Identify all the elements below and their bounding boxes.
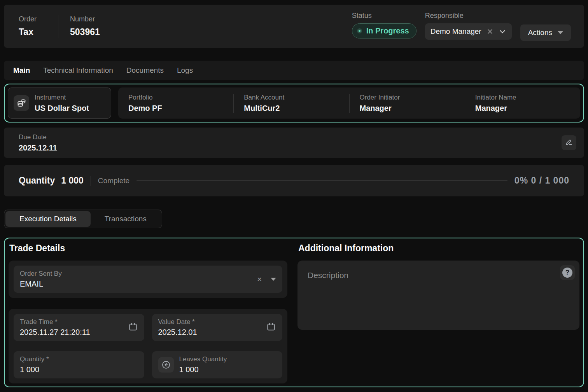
trade-time-value: 2025.11.27 21:20:11 bbox=[20, 328, 128, 337]
trade-details-title: Trade Details bbox=[9, 243, 287, 254]
portfolio-field: Portfolio Demo PF bbox=[118, 94, 233, 113]
initiator-name-field: Initiator Name Manager bbox=[465, 94, 580, 113]
initiator-name-label: Initiator Name bbox=[475, 94, 580, 102]
quantity-field-label: Quantity * bbox=[20, 355, 138, 363]
order-number-value: 503961 bbox=[70, 27, 100, 37]
portfolio-value: Demo PF bbox=[128, 104, 233, 113]
quantity-divider bbox=[91, 176, 91, 186]
status-dot-icon bbox=[357, 28, 362, 33]
due-date-value: 2025.12.11 bbox=[19, 144, 562, 152]
due-date-card: Due Date 2025.12.11 bbox=[4, 128, 584, 158]
leaves-quantity-value: 1 000 bbox=[179, 365, 276, 374]
tab-technical-information[interactable]: Technical Information bbox=[43, 66, 113, 75]
instrument-card[interactable]: Instrument US Dollar Spot bbox=[8, 88, 111, 119]
description-textarea[interactable]: Description ? bbox=[298, 261, 579, 330]
trade-details-section: Trade Details Order Sent By EMAIL ✕ Trad… bbox=[9, 242, 287, 383]
value-date-label: Value Date * bbox=[158, 318, 266, 326]
question-mark-icon: ? bbox=[562, 268, 572, 278]
order-initiator-label: Order Initiator bbox=[360, 94, 465, 102]
header-controls: Status In Progress Responsible Demo Mana… bbox=[352, 12, 571, 41]
order-header: Order Tax Number 503961 Status In Progre… bbox=[4, 5, 584, 48]
responsible-label: Responsible bbox=[425, 12, 512, 20]
trade-time-label: Trade Time * bbox=[20, 318, 128, 326]
main-tabbar: Main Technical Information Documents Log… bbox=[4, 61, 584, 80]
quantity-total: 1 000 bbox=[61, 175, 84, 186]
order-initiator-field: Order Initiator Manager bbox=[349, 94, 465, 113]
leaves-quantity-label: Leaves Quantity bbox=[179, 355, 276, 363]
calendar-icon[interactable] bbox=[128, 322, 138, 333]
order-identity: Order Tax Number 503961 bbox=[19, 15, 100, 38]
instrument-label: Instrument bbox=[35, 94, 89, 102]
header-divider bbox=[58, 15, 58, 38]
arrow-left-circle-icon bbox=[158, 357, 174, 373]
subtab-transactions[interactable]: Transactions bbox=[91, 211, 161, 227]
quantity-progress-card: Quantity 1 000 Complete 0% 0 / 1 000 bbox=[4, 165, 584, 196]
bank-account-value: MultiCur2 bbox=[244, 104, 349, 113]
additional-information-section: Additional Information Description ? bbox=[298, 242, 579, 383]
clear-responsible-icon[interactable] bbox=[486, 28, 494, 35]
pencil-icon bbox=[565, 138, 573, 148]
coins-icon bbox=[14, 95, 29, 111]
actions-button-label: Actions bbox=[528, 28, 552, 37]
value-date-field[interactable]: Value Date * 2025.12.01 bbox=[152, 314, 283, 341]
trade-fields-card: Trade Time * 2025.11.27 21:20:11 Value D… bbox=[9, 309, 287, 383]
progress-value: 0% 0 / 1 000 bbox=[514, 175, 569, 186]
initiator-name-value: Manager bbox=[475, 104, 580, 113]
details-subtabs: Execution Details Transactions bbox=[4, 210, 162, 228]
order-sent-by-card: Order Sent By EMAIL ✕ bbox=[9, 261, 287, 298]
additional-information-title: Additional Information bbox=[298, 243, 579, 254]
quantity-field[interactable]: Quantity * 1 000 bbox=[14, 351, 144, 378]
order-type-value: Tax bbox=[19, 27, 37, 37]
order-page: Order Tax Number 503961 Status In Progre… bbox=[0, 0, 588, 392]
order-sent-by-label: Order Sent By bbox=[20, 270, 257, 278]
order-type-label: Order bbox=[19, 15, 37, 23]
order-info-card: Portfolio Demo PF Bank Account MultiCur2… bbox=[118, 88, 580, 119]
tab-logs[interactable]: Logs bbox=[177, 66, 193, 75]
status-label: Status bbox=[352, 12, 416, 20]
subtab-execution-details[interactable]: Execution Details bbox=[5, 211, 91, 227]
tab-main[interactable]: Main bbox=[13, 66, 30, 75]
chevron-down-icon[interactable] bbox=[499, 28, 506, 35]
order-initiator-value: Manager bbox=[360, 104, 465, 113]
quantity-label: Quantity bbox=[19, 175, 55, 186]
responsible-value: Demo Manager bbox=[430, 27, 481, 36]
order-sent-by-select[interactable]: Order Sent By EMAIL ✕ bbox=[14, 266, 282, 293]
order-number-label: Number bbox=[70, 15, 100, 23]
quantity-field-value: 1 000 bbox=[20, 365, 138, 374]
leaves-quantity-field: Leaves Quantity 1 000 bbox=[152, 351, 283, 378]
status-badge: In Progress bbox=[352, 23, 416, 38]
calendar-icon[interactable] bbox=[266, 322, 276, 333]
tab-documents[interactable]: Documents bbox=[126, 66, 164, 75]
actions-button[interactable]: Actions bbox=[520, 24, 571, 41]
caret-down-icon bbox=[558, 31, 563, 34]
portfolio-label: Portfolio bbox=[128, 94, 233, 102]
instrument-value: US Dollar Spot bbox=[35, 104, 89, 113]
description-placeholder: Description bbox=[308, 271, 569, 280]
due-date-label: Due Date bbox=[19, 133, 562, 141]
quantity-state: Complete bbox=[98, 177, 130, 185]
order-summary-strip: Instrument US Dollar Spot Portfolio Demo… bbox=[4, 84, 584, 122]
trade-time-field[interactable]: Trade Time * 2025.11.27 21:20:11 bbox=[14, 314, 144, 341]
execution-details-panel: Trade Details Order Sent By EMAIL ✕ Trad… bbox=[4, 238, 584, 387]
edit-due-date-button[interactable] bbox=[562, 135, 576, 150]
status-value: In Progress bbox=[366, 26, 409, 35]
dropdown-caret-icon[interactable] bbox=[271, 278, 276, 281]
clear-order-sent-by-icon[interactable]: ✕ bbox=[257, 276, 262, 283]
bank-account-field: Bank Account MultiCur2 bbox=[233, 94, 349, 113]
progress-track bbox=[136, 180, 508, 181]
order-sent-by-value: EMAIL bbox=[20, 280, 257, 289]
bank-account-label: Bank Account bbox=[244, 94, 349, 102]
responsible-select[interactable]: Demo Manager bbox=[425, 23, 512, 40]
help-button[interactable]: ? bbox=[560, 265, 575, 280]
value-date-value: 2025.12.01 bbox=[158, 328, 266, 337]
